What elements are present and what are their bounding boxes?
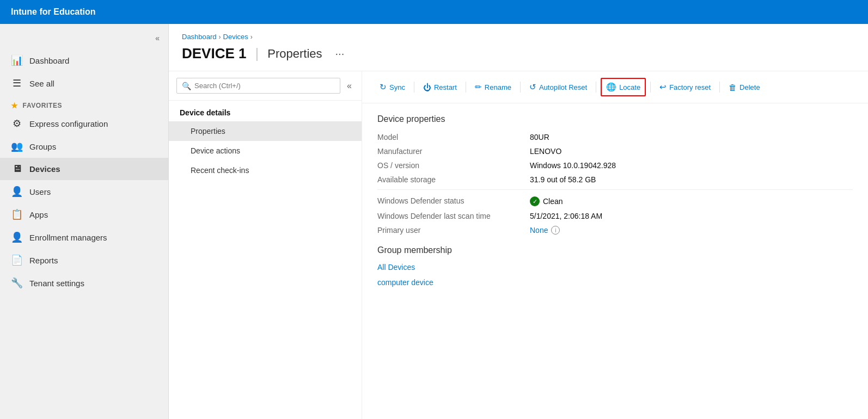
sidebar-item-see-all-label: See all (29, 79, 54, 88)
property-row-model: Model 80UR (377, 133, 853, 141)
sidebar-item-apps-label: Apps (29, 210, 48, 219)
sidebar-item-reports-label: Reports (29, 256, 58, 265)
sidebar-item-dashboard[interactable]: 📊 Dashboard (0, 49, 168, 72)
action-divider-2 (466, 82, 466, 93)
nav-section-title: Device details (169, 101, 362, 121)
action-divider-4 (596, 82, 596, 93)
action-bar: ↻ Sync ⏻ Restart ✏ Rename ↺ (362, 71, 868, 103)
sidebar-item-see-all[interactable]: ☰ See all (0, 72, 168, 95)
enrollment-icon: 👤 (11, 231, 23, 243)
delete-button[interactable]: 🗑 Delete (724, 79, 765, 95)
delete-icon: 🗑 (729, 83, 737, 92)
breadcrumb-sep-1: › (219, 33, 221, 41)
breadcrumb: Dashboard › Devices › (169, 24, 868, 41)
sidebar-item-devices[interactable]: 🖥 Devices (0, 158, 168, 180)
property-row-storage: Available storage 31.9 out of 58.2 GB (377, 175, 853, 184)
sidebar-item-tenant-settings[interactable]: 🔧 Tenant settings (0, 272, 168, 294)
breadcrumb-dashboard[interactable]: Dashboard (182, 33, 217, 41)
search-collapse-button[interactable]: « (345, 79, 354, 93)
sync-label: Sync (389, 83, 405, 91)
autopilot-reset-button[interactable]: ↺ Autopilot Reset (525, 79, 591, 95)
sidebar-item-users[interactable]: 👤 Users (0, 180, 168, 203)
check-icon: ✓ (530, 196, 540, 206)
sidebar-item-apps[interactable]: 📋 Apps (0, 203, 168, 226)
nav-item-properties[interactable]: Properties (169, 121, 362, 141)
nav-item-device-actions[interactable]: Device actions (169, 141, 362, 161)
content-area: Dashboard › Devices › DEVICE 1 | Propert… (169, 24, 868, 419)
list-icon: ☰ (11, 77, 23, 89)
action-divider-5 (650, 82, 651, 93)
dashboard-icon: 📊 (11, 54, 23, 66)
model-label: Model (377, 133, 530, 141)
group-link-computer-device[interactable]: computer device (377, 278, 853, 287)
locate-button[interactable]: 🌐 Locate (601, 78, 646, 96)
sidebar-item-groups-label: Groups (29, 142, 56, 151)
sync-icon: ↻ (380, 82, 387, 92)
properties-section: Device properties Model 80UR Manufacture… (362, 103, 868, 304)
nav-item-device-actions-label: Device actions (191, 146, 240, 155)
property-row-os: OS / version Windows 10.0.19042.928 (377, 161, 853, 170)
defender-status-label: Windows Defender status (377, 196, 530, 206)
nav-item-recent-check-ins-label: Recent check-ins (191, 166, 249, 175)
os-value: Windows 10.0.19042.928 (530, 161, 616, 170)
device-properties-title: Device properties (377, 114, 853, 124)
main-layout: « 📊 Dashboard ☰ See all ★ FAVORITES ⚙ Ex… (0, 24, 868, 419)
restart-button[interactable]: ⏻ Restart (419, 79, 461, 95)
restart-label: Restart (434, 83, 457, 91)
groups-icon: 👥 (11, 140, 23, 152)
defender-scan-value: 5/1/2021, 2:06:18 AM (530, 212, 602, 220)
sidebar-item-users-label: Users (29, 187, 51, 196)
sidebar-item-devices-label: Devices (29, 164, 60, 174)
page-subtitle: Properties (267, 47, 322, 61)
action-divider-6 (719, 82, 720, 93)
breadcrumb-devices[interactable]: Devices (223, 33, 248, 41)
factory-reset-button[interactable]: ↩ Factory reset (655, 79, 715, 95)
group-link-all-devices[interactable]: All Devices (377, 263, 853, 272)
search-input[interactable] (176, 78, 340, 94)
autopilot-reset-label: Autopilot Reset (539, 83, 587, 91)
factory-reset-icon: ↩ (659, 82, 667, 92)
star-icon: ★ (11, 101, 19, 110)
sidebar-collapse-area: « (0, 29, 168, 49)
sidebar-item-enrollment-managers[interactable]: 👤 Enrollment managers (0, 226, 168, 249)
defender-scan-label: Windows Defender last scan time (377, 212, 530, 220)
left-panel: 🔍 « Device details Properties Device act… (169, 71, 362, 419)
property-row-defender-scan: Windows Defender last scan time 5/1/2021… (377, 212, 853, 220)
defender-status-text: Clean (543, 197, 563, 206)
sidebar: « 📊 Dashboard ☰ See all ★ FAVORITES ⚙ Ex… (0, 24, 169, 419)
primary-user-link[interactable]: None (530, 226, 548, 235)
sidebar-collapse-button[interactable]: « (153, 32, 162, 45)
primary-user-value: None i (530, 226, 560, 235)
action-divider-1 (414, 82, 414, 93)
page-header: DEVICE 1 | Properties ··· (169, 41, 868, 71)
storage-value: 31.9 out of 58.2 GB (530, 175, 596, 184)
model-value: 80UR (530, 133, 549, 141)
manufacturer-value: LENOVO (530, 147, 561, 156)
manufacturer-label: Manufacturer (377, 147, 530, 156)
sidebar-item-express-config[interactable]: ⚙ Express configuration (0, 112, 168, 135)
sidebar-item-enrollment-label: Enrollment managers (29, 233, 107, 242)
action-divider-3 (520, 82, 521, 93)
config-icon: ⚙ (11, 118, 23, 130)
sync-button[interactable]: ↻ Sync (375, 79, 409, 95)
factory-reset-label: Factory reset (669, 83, 711, 91)
sidebar-item-tenant-settings-label: Tenant settings (29, 279, 84, 288)
nav-item-recent-check-ins[interactable]: Recent check-ins (169, 161, 362, 180)
autopilot-icon: ↺ (529, 82, 536, 92)
rename-icon: ✏ (475, 82, 482, 92)
breadcrumb-sep-2: › (250, 33, 253, 41)
app-title: Intune for Education (11, 7, 96, 17)
locate-label: Locate (619, 83, 640, 91)
info-icon[interactable]: i (551, 226, 560, 235)
topbar: Intune for Education (0, 0, 868, 24)
search-icon: 🔍 (182, 82, 191, 90)
rename-button[interactable]: ✏ Rename (470, 79, 516, 95)
sidebar-item-groups[interactable]: 👥 Groups (0, 135, 168, 158)
sidebar-item-reports[interactable]: 📄 Reports (0, 249, 168, 272)
settings-icon: 🔧 (11, 277, 23, 289)
group-membership-title: Group membership (377, 245, 853, 255)
page-title-sep: | (255, 45, 259, 62)
more-button[interactable]: ··· (331, 47, 349, 60)
sidebar-item-dashboard-label: Dashboard (29, 56, 69, 65)
content-body: 🔍 « Device details Properties Device act… (169, 71, 868, 419)
